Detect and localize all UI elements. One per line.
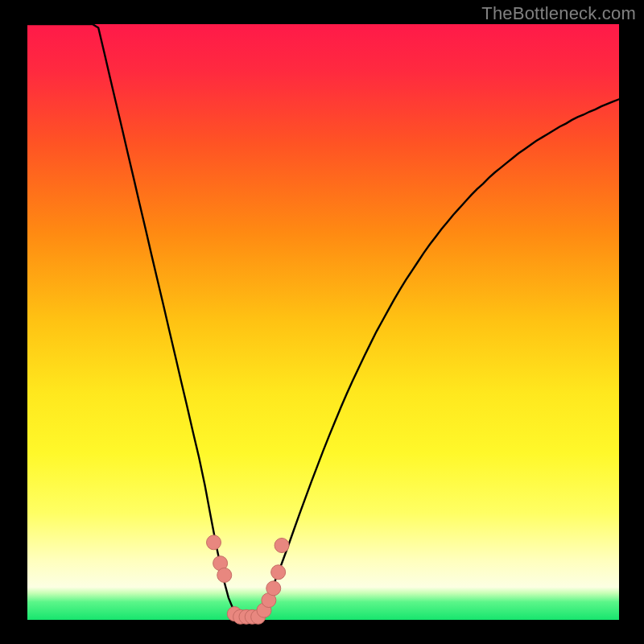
chart-background [27, 24, 619, 620]
watermark-text: TheBottleneck.com [481, 3, 636, 24]
curve-marker [275, 539, 289, 553]
chart-container: TheBottleneck.com [0, 0, 644, 644]
bottleneck-chart [0, 0, 644, 644]
curve-marker [271, 565, 286, 580]
curve-marker [266, 581, 281, 596]
curve-marker [217, 568, 232, 583]
curve-marker [207, 535, 221, 550]
